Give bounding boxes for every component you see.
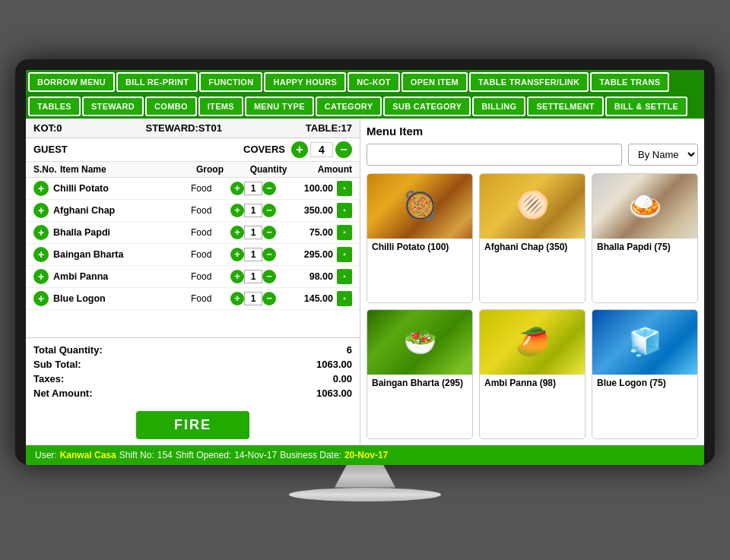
item-group: Food [191,271,223,282]
menu-card[interactable]: 🥘Chilli Potato (100) [367,173,473,303]
item-group: Food [191,183,223,194]
menu-card-image: 🥭 [480,310,585,375]
nav-btn-happy-hours[interactable]: HAPPY HOURS [264,72,346,92]
order-item: + Chilli Potato Food + 1 − 100.00 ▪ [26,178,360,200]
nav-btn-billing[interactable]: BILLING [472,96,525,116]
qty-control: + 1 − [223,182,284,195]
nav-btn-open-item[interactable]: OPEN ITEM [402,72,468,92]
monitor: BORROW MENUBILL RE-PRINTFUNCTIONHAPPY HO… [15,59,715,465]
covers-count: 4 [310,142,333,157]
item-add-button[interactable]: + [33,291,49,306]
nav-btn-menu-type[interactable]: MENU TYPE [245,96,314,116]
qty-plus-button[interactable]: + [230,182,244,195]
fire-button[interactable]: FIRE [136,411,249,439]
qty-plus-button[interactable]: + [230,292,244,305]
nav-btn-settelment[interactable]: SETTELMENT [527,96,603,116]
item-add-button[interactable]: + [33,247,49,262]
net-amount-row: Net Amount: 1063.00 [33,386,352,400]
item-delete-button[interactable]: ▪ [337,225,352,240]
item-add-button[interactable]: + [33,181,49,196]
order-item: + Bhalla Papdi Food + 1 − 75.00 ▪ [26,222,360,244]
left-panel: KOT:0 STEWARD:ST01 TABLE:17 GUEST COVERS… [26,119,360,445]
qty-minus-button[interactable]: − [262,270,276,283]
order-item: + Afghani Chap Food + 1 − 350.00 ▪ [26,200,360,222]
item-delete-button[interactable]: ▪ [337,269,352,284]
item-delete-button[interactable]: ▪ [337,291,352,306]
item-delete-button[interactable]: ▪ [337,247,352,262]
item-amount: 100.00 [284,183,333,194]
subtotal-value: 1063.00 [316,359,352,370]
menu-card-label: Afghani Chap (350) [480,239,585,255]
nav-btn-bill-re-print[interactable]: BILL RE-PRINT [116,72,198,92]
qty-minus-button[interactable]: − [262,292,276,305]
qty-minus-button[interactable]: − [262,204,276,217]
menu-card[interactable]: 🫓Afghani Chap (350) [479,173,586,303]
item-name: Bhalla Papdi [53,227,191,238]
nav-btn-items[interactable]: ITEMS [198,96,243,116]
search-input[interactable] [367,144,622,166]
qty-control: + 1 − [223,292,284,305]
subtotal-row: Sub Total: 1063.00 [33,357,352,372]
nav-btn-combo[interactable]: COMBO [145,96,197,116]
fire-btn-row: FIRE [26,405,360,445]
status-user: Kanwal Casa [60,450,116,460]
right-panel: Menu Item By Name By Price 🥘Chilli Potat… [360,119,704,445]
menu-card-image: 🥘 [367,174,472,239]
qty-plus-button[interactable]: + [230,226,244,239]
qty-minus-button[interactable]: − [262,248,276,261]
qty-value: 1 [244,292,262,305]
item-group: Food [191,205,223,216]
item-delete-button[interactable]: ▪ [337,181,352,196]
item-delete-button[interactable]: ▪ [337,203,352,218]
status-user-prefix: User: [35,450,57,460]
guest-row: GUEST COVERS + 4 − [26,138,360,162]
covers-minus-button[interactable]: − [335,141,352,158]
monitor-stand [289,465,441,501]
menu-card-label: Blue Logon (75) [592,375,697,391]
qty-plus-button[interactable]: + [230,270,244,283]
qty-control: + 1 − [223,270,284,283]
item-add-button[interactable]: + [33,225,49,240]
col-sno: S.No. [33,164,60,175]
nav-btn-table-trans[interactable]: TABLE TRANS [590,72,669,92]
steward-label: STEWARD:ST01 [146,122,222,134]
nav-btn-category[interactable]: CATEGORY [316,96,382,116]
nav-btn-bill-&-settle[interactable]: BILL & SETTLE [605,96,687,116]
item-group: Food [191,293,223,304]
qty-value: 1 [244,204,262,217]
qty-minus-button[interactable]: − [262,226,276,239]
nav-btn-borrow-menu[interactable]: BORROW MENU [28,72,115,92]
menu-card[interactable]: 🍛Bhalla Papdi (75) [592,173,698,303]
covers-add-button[interactable]: + [291,141,308,158]
col-groop: Groop [196,164,238,175]
item-group: Food [191,249,223,260]
menu-card[interactable]: 🧊Blue Logon (75) [592,309,698,439]
nav-btn-sub-category[interactable]: SUB CATEGORY [383,96,471,116]
item-add-button[interactable]: + [33,203,49,218]
net-label: Net Amount: [33,388,93,399]
menu-card[interactable]: 🥭Ambi Panna (98) [479,309,586,439]
main-content: KOT:0 STEWARD:ST01 TABLE:17 GUEST COVERS… [26,119,704,445]
menu-card[interactable]: 🥗Baingan Bharta (295) [367,309,473,439]
nav-btn-function[interactable]: FUNCTION [199,72,262,92]
qty-value: 1 [244,248,262,261]
total-qty-row: Total Quantity: 6 [33,343,352,357]
column-headers: S.No. Item Name Groop Quantity Amount [26,162,360,178]
nav-btn-steward[interactable]: STEWARD [82,96,144,116]
order-list: + Chilli Potato Food + 1 − 100.00 ▪ + Af… [26,178,360,337]
item-add-button[interactable]: + [33,269,49,284]
search-row: By Name By Price [367,144,698,166]
qty-plus-button[interactable]: + [230,248,244,261]
taxes-row: Taxes: 0.00 [33,372,352,386]
qty-control: + 1 − [223,204,284,217]
nav-btn-table-transfer/link[interactable]: TABLE TRANSFER/LINK [469,72,589,92]
order-item: + Ambi Panna Food + 1 − 98.00 ▪ [26,266,360,288]
qty-value: 1 [244,270,262,283]
qty-control: + 1 − [223,248,284,261]
nav-btn-nc-kot[interactable]: NC-KOT [348,72,400,92]
item-name: Chilli Potato [53,183,191,194]
sort-select[interactable]: By Name By Price [628,144,698,166]
qty-plus-button[interactable]: + [230,204,244,217]
qty-minus-button[interactable]: − [262,182,276,195]
nav-btn-tables[interactable]: TABLES [28,96,81,116]
